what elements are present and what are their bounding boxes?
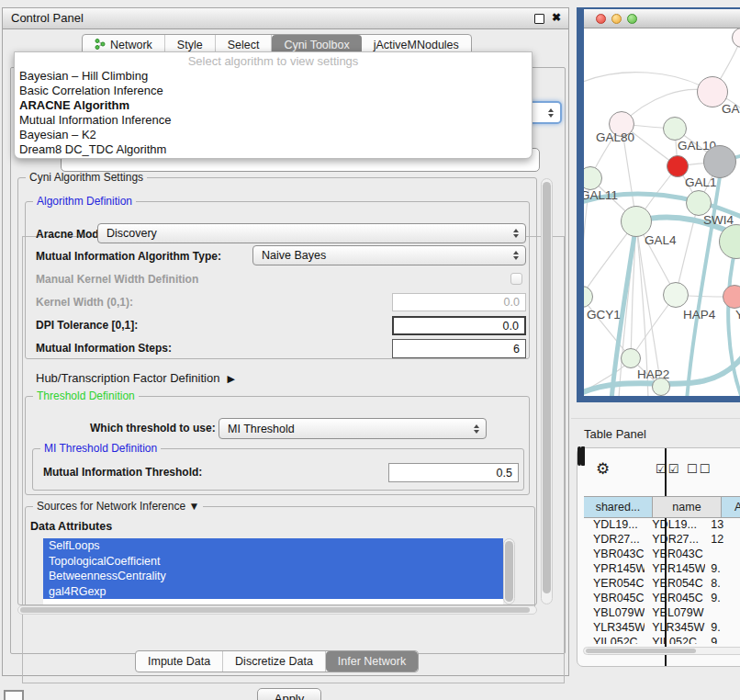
table-cell: YBR043C: [584, 547, 645, 561]
close-panel-icon[interactable]: ✖: [552, 11, 561, 24]
table-row[interactable]: YPR145WYPR145W9.: [584, 561, 740, 576]
network-node-gal1[interactable]: [667, 155, 689, 177]
table-row[interactable]: YIL052CYIL052C9: [584, 635, 740, 644]
table-cell: 13: [705, 517, 740, 532]
network-node-label-hap4: HAP4: [683, 308, 715, 322]
mi-algorithm-type-combo[interactable]: Naive Bayes: [252, 245, 526, 265]
table-cell: YDR27...: [645, 532, 705, 547]
close-button[interactable]: [596, 14, 606, 24]
combo-spinner-icon: [513, 251, 519, 260]
mi-steps-label: Mutual Information Steps:: [36, 342, 172, 355]
hub-transcription-factor-expander[interactable]: Hub/Transcription Factor Definition▶: [36, 371, 235, 385]
apply-button[interactable]: Apply: [257, 688, 321, 700]
algorithm-option-dream8-dc-tdc-algorithm[interactable]: Dream8 DC_TDC Algorithm: [15, 142, 532, 157]
tab-label: Select: [228, 39, 260, 51]
table-cell: YDL19...: [584, 517, 645, 532]
float-window-icon[interactable]: [534, 14, 544, 24]
network-view-window: GALGAL80GAL10GAL1GAL11GAL4SWI4GCY1HAP4YH…: [577, 7, 740, 402]
table-body: YDL19...YDL19...13YDR27...YDR27...12YBR0…: [584, 517, 740, 644]
table-horizontal-scrollbar[interactable]: [583, 647, 740, 655]
hub-label: Hub/Transcription Factor Definition: [36, 371, 219, 385]
table-row[interactable]: YBR043CYBR043C: [584, 547, 740, 561]
dpi-tolerance-input[interactable]: 0.0: [392, 316, 526, 335]
column-header-name[interactable]: name: [653, 497, 722, 517]
which-threshold-label: Which threshold to use:: [90, 422, 216, 435]
attribute-option-topologicalcoefficient[interactable]: TopologicalCoefficient: [43, 554, 503, 570]
settings-vertical-scrollbar[interactable]: [541, 178, 553, 604]
tab-label: Style: [177, 39, 203, 51]
tab-discretize-data[interactable]: Discretize Data: [223, 651, 326, 672]
table-row[interactable]: YDL19...YDL19...13: [584, 517, 740, 532]
network-canvas[interactable]: GALGAL80GAL10GAL1GAL11GAL4SWI4GCY1HAP4YH…: [584, 28, 740, 396]
network-node-hap4[interactable]: [663, 282, 689, 308]
network-node-label-gal11: GAL11: [584, 188, 618, 202]
network-node-unlabeled[interactable]: [703, 145, 736, 178]
table-cell: YBR045C: [645, 591, 705, 605]
table-cell: YBL079W: [645, 605, 705, 620]
mi-threshold-input[interactable]: 0.5: [388, 463, 519, 482]
algorithm-option-mutual-information-inference[interactable]: Mutual Information Inference: [15, 113, 532, 128]
tab-infer-network[interactable]: Infer Network: [326, 651, 418, 672]
tab-label: Network: [110, 39, 152, 51]
table-row[interactable]: YLR345WYLR345W9.: [584, 620, 740, 635]
minimize-button[interactable]: [611, 14, 622, 24]
mi-threshold-definition-title: MI Threshold Definition: [40, 442, 161, 455]
table-cell: YIL052C: [584, 635, 645, 644]
export-table-icon[interactable]: [581, 446, 585, 466]
network-node-label-gcy1: GCY1: [587, 308, 621, 322]
zoom-button[interactable]: [627, 14, 637, 24]
table-cell: YIL052C: [645, 635, 705, 644]
select-all-checkboxes-icon[interactable]: ☑☑: [656, 462, 680, 476]
table-cell: YLR345W: [645, 620, 705, 635]
algorithm-option-aracne-algorithm[interactable]: ARACNE Algorithm: [15, 98, 532, 113]
attribute-list-scrollbar[interactable]: [503, 538, 515, 604]
algorithm-option-bayesian-hill-climbing[interactable]: Bayesian – Hill Climbing: [15, 69, 532, 84]
which-threshold-value: MI Threshold: [228, 423, 295, 435]
table-cell: 9: [705, 635, 740, 644]
table-cell: [705, 547, 740, 561]
table-cell: YER054C: [645, 576, 705, 591]
table-row[interactable]: YER054CYER054C8.: [584, 576, 740, 591]
table-row[interactable]: YDR27...YDR27...12: [584, 532, 740, 547]
sources-group-title[interactable]: Sources for Network Inference ▼: [33, 500, 203, 513]
attribute-option-gal4rgexp[interactable]: gal4RGexp: [43, 584, 503, 600]
network-node-unlabeled[interactable]: [652, 378, 670, 396]
tab-label: Impute Data: [148, 655, 210, 668]
network-node-label-gal1: GAL1: [685, 175, 717, 189]
panel-divider: [571, 418, 740, 419]
tab-impute-data[interactable]: Impute Data: [136, 651, 223, 672]
algorithm-option-basic-correlation-inference[interactable]: Basic Correlation Inference: [15, 84, 532, 98]
dpi-tolerance-label: DPI Tolerance [0,1]:: [36, 319, 138, 332]
kernel-width-label: Kernel Width (0,1):: [36, 296, 133, 309]
algorithm-option-list: Bayesian – Hill ClimbingBasic Correlatio…: [15, 69, 532, 157]
network-node-label-gal4: GAL4: [645, 233, 677, 247]
table-cell: 9.: [705, 561, 740, 576]
table-row[interactable]: YBR045CYBR045C9.: [584, 591, 740, 605]
network-node-y[interactable]: [723, 285, 740, 309]
attribute-option-betweennesscentrality[interactable]: BetweennessCentrality: [43, 569, 503, 584]
network-node-hap2[interactable]: [621, 348, 641, 368]
deselect-all-checkboxes-icon[interactable]: ☐☐: [687, 462, 712, 476]
table-cell: YDL19...: [645, 517, 705, 532]
column-header-a[interactable]: A: [722, 497, 740, 517]
network-node-gal10[interactable]: [663, 117, 687, 141]
mi-steps-input[interactable]: 6: [392, 339, 526, 358]
mi-threshold-label: Mutual Information Threshold:: [43, 466, 202, 479]
aracne-mode-combo[interactable]: Discovery: [97, 223, 526, 243]
table-cell: YBR043C: [645, 547, 705, 561]
network-node-unlabeled[interactable]: [686, 190, 712, 216]
manual-kernel-width-checkbox[interactable]: [510, 273, 522, 285]
settings-horizontal-scrollbar[interactable]: [17, 605, 537, 615]
network-node-gal4[interactable]: [621, 206, 652, 237]
table-row[interactable]: YBL079WYBL079W: [584, 605, 740, 620]
attribute-option-selfloops[interactable]: SelfLoops: [43, 538, 503, 554]
table-header-row: shared...nameA: [584, 496, 740, 518]
minimized-panel-icon[interactable]: [4, 690, 24, 700]
which-threshold-combo[interactable]: MI Threshold: [219, 418, 487, 439]
network-node-label-gal80: GAL80: [596, 130, 634, 144]
algorithm-option-bayesian-k2[interactable]: Bayesian – K2: [15, 128, 532, 142]
kernel-width-input[interactable]: 0.0: [392, 293, 526, 311]
gear-icon[interactable]: ⚙: [596, 459, 610, 479]
column-header-shared[interactable]: shared...: [584, 497, 653, 517]
table-cell: YDR27...: [584, 532, 645, 547]
